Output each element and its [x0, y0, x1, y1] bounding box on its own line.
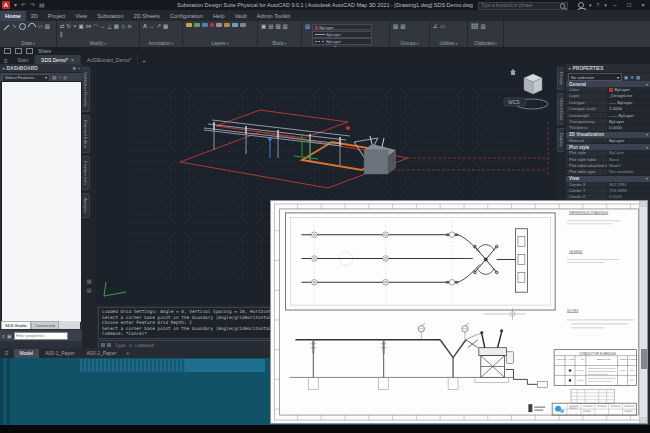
layer-match-icon[interactable] — [232, 23, 238, 27]
erase-icon[interactable]: ◇ — [121, 23, 125, 29]
window-scrollbar[interactable] — [639, 201, 647, 423]
filter-gear-icon[interactable]: ▣ — [7, 333, 12, 339]
recent-commands-icon[interactable] — [107, 343, 111, 347]
save-icon[interactable]: ▾ — [14, 0, 17, 10]
stretch-icon[interactable]: ↔ — [100, 23, 106, 29]
quick-select-icon[interactable]: ▭ — [440, 23, 445, 29]
sign-in-caret-icon[interactable]: ▾ — [589, 2, 592, 8]
move-icon[interactable]: ⇄ — [60, 23, 65, 29]
file-tab[interactable]: AclDExtract_Demo* — [81, 55, 138, 64]
ribbon-tab[interactable]: 2D Sheets — [129, 11, 165, 21]
group-icon[interactable]: ▧ — [393, 23, 398, 29]
group-label-draw[interactable]: Draw▾ — [0, 40, 56, 47]
lineweight-bylayer-dropdown[interactable]: ByLayer — [312, 31, 372, 38]
help-caret-icon[interactable]: ▾ — [604, 2, 607, 8]
collapse-arrow-icon[interactable]: ◂ — [568, 65, 571, 71]
remove-feature-icon[interactable]: × — [58, 75, 61, 80]
rectangle-icon[interactable]: ▭ — [38, 23, 43, 31]
layer-state-icon[interactable] — [194, 23, 200, 27]
feature-list[interactable] — [1, 81, 82, 323]
trim-icon[interactable]: × — [73, 23, 76, 29]
ribbon-tab[interactable]: Vault — [230, 11, 252, 21]
file-tab[interactable]: Start — [12, 55, 36, 64]
palette-side-tab[interactable]: Display — [557, 128, 564, 152]
edit-block-icon[interactable]: ▧ — [275, 23, 280, 29]
explode-icon[interactable]: ≋ — [127, 23, 132, 29]
ribbon-tab[interactable]: View — [70, 11, 92, 21]
customize-command-icon[interactable] — [101, 343, 105, 347]
edit-attributes-icon[interactable]: ▥ — [283, 23, 288, 29]
close-button[interactable]: × — [636, 2, 650, 8]
autocad-logo-icon[interactable]: A — [2, 1, 10, 9]
layout-tab[interactable]: Model — [14, 349, 40, 358]
arc-icon[interactable] — [26, 21, 37, 32]
scrollbar-thumb[interactable] — [641, 349, 647, 369]
layer-properties-icon[interactable] — [186, 23, 192, 27]
leader-icon[interactable]: ↗ — [156, 23, 161, 29]
copy-icon[interactable]: ▣ — [78, 23, 83, 29]
group-label-groups[interactable]: Groups▾ — [390, 40, 429, 47]
color-bylayer-dropdown[interactable]: ByLayer — [312, 24, 372, 31]
scroll-up-icon[interactable] — [640, 201, 647, 207]
paste-icon[interactable]: ▤ — [471, 23, 479, 29]
selection-dropdown[interactable]: No selection▾ — [568, 73, 622, 81]
layout-viewport-icon[interactable] — [15, 48, 22, 54]
layer-isolate-icon[interactable] — [202, 23, 208, 27]
ribbon-tab[interactable]: Admin Toolkit — [252, 11, 295, 21]
group-label-annotation[interactable]: Annotation▾ — [140, 40, 182, 47]
keyboard-icon[interactable]: ▤ — [82, 287, 96, 293]
dimension-icon[interactable]: ↔ — [149, 23, 155, 29]
layout-tab[interactable]: A00-2_Paper — [81, 349, 122, 358]
new-layout-button[interactable]: + — [122, 350, 134, 356]
group-label-modify[interactable]: Modify▾ — [57, 40, 139, 47]
layout-tab[interactable]: A00-1_Paper — [39, 349, 80, 358]
layout-menu-icon[interactable]: ≡ — [0, 350, 14, 356]
ribbon-tab[interactable]: Project — [43, 11, 70, 21]
quick-select-icon[interactable]: ▦ — [636, 75, 640, 80]
array-icon[interactable]: ▦ — [114, 23, 119, 29]
dashboard-tab[interactable]: Connected — [31, 321, 59, 329]
minimize-button[interactable]: – — [608, 2, 622, 8]
customize-icon[interactable]: ▧ — [82, 278, 96, 284]
help-icon[interactable]: ? — [597, 2, 600, 8]
collapse-arrow-icon[interactable]: ◂ — [2, 65, 5, 71]
dashboard-side-tab[interactable]: Feature Info — [82, 156, 90, 190]
fillet-icon[interactable]: ◠ — [93, 23, 98, 29]
layer-lock-icon[interactable] — [224, 23, 230, 27]
layer-freeze-icon[interactable] — [216, 23, 222, 27]
ucs-icon[interactable] — [104, 282, 126, 296]
circle-icon[interactable] — [19, 23, 26, 30]
filter-properties-input[interactable] — [15, 333, 72, 338]
help-search-box[interactable] — [478, 2, 568, 11]
offset-icon[interactable]: ∥ — [60, 31, 63, 37]
text-icon[interactable]: A — [143, 23, 147, 29]
search-icon[interactable] — [560, 3, 566, 9]
table-icon[interactable]: ▦ — [163, 23, 168, 29]
ribbon-tab[interactable]: Substation — [92, 11, 128, 21]
dashboard-tab[interactable]: SDS Studio — [1, 321, 31, 329]
split-view-icon[interactable] — [26, 48, 33, 54]
layer-walk-icon[interactable] — [240, 23, 246, 27]
ribbon-tab[interactable]: 3D — [26, 11, 43, 21]
file-tab[interactable]: SDS Demo* — [35, 55, 81, 64]
filter-list-icon[interactable]: ≡ — [2, 333, 5, 339]
ribbon-tab[interactable]: Configuration — [165, 11, 208, 21]
dashboard-gear-icon[interactable]: ✱ — [73, 66, 77, 71]
mirror-icon[interactable]: ⋈ — [86, 23, 92, 29]
group-label-block[interactable]: Block▾ — [258, 40, 301, 47]
palette-side-tab[interactable]: Object Data — [557, 93, 564, 125]
search-input[interactable] — [479, 3, 560, 8]
plot-icon[interactable]: ▤ — [39, 0, 45, 10]
ungroup-icon[interactable]: ▨ — [400, 23, 405, 29]
palette-side-tab[interactable]: Design — [557, 67, 564, 90]
share-button[interactable]: Share — [38, 48, 51, 54]
sign-in-icon[interactable] — [578, 2, 584, 8]
scale-icon[interactable]: △ — [107, 23, 111, 29]
undo-icon[interactable]: ↶ — [21, 0, 26, 10]
layer-off-icon[interactable] — [210, 23, 214, 27]
ribbon-tab[interactable]: Help — [208, 11, 230, 21]
line-icon[interactable] — [4, 25, 10, 31]
dashboard-side-tab[interactable]: Analyze — [82, 193, 90, 219]
maximize-button[interactable]: □ — [622, 2, 636, 8]
dashboard-pin-icon[interactable]: ▪ — [78, 66, 80, 71]
